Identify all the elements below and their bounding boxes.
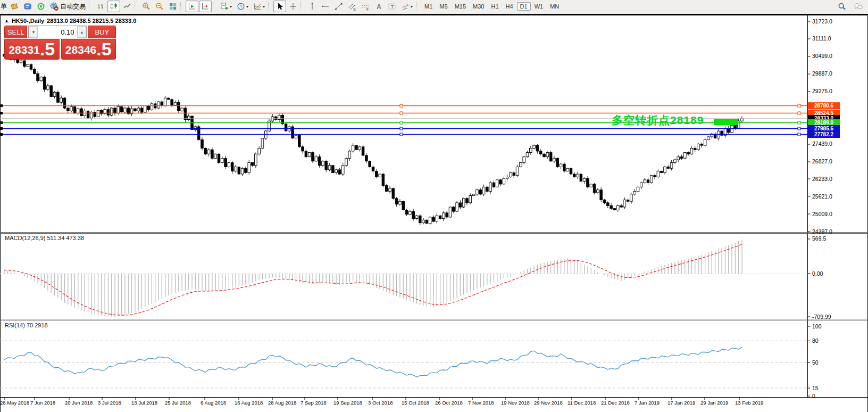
timeframe-button-h1[interactable]: H1 xyxy=(488,2,502,11)
candle-body xyxy=(449,207,452,217)
timeframe-button-h4[interactable]: H4 xyxy=(503,2,516,11)
price-tick-label: 26827.0 xyxy=(812,158,832,164)
text-icon[interactable]: A xyxy=(372,1,385,12)
candlestick-chart-icon[interactable] xyxy=(107,1,120,12)
candle-body xyxy=(680,157,683,159)
timeframe-button-m30[interactable]: M30 xyxy=(470,2,487,11)
volume-increase-button[interactable]: ▲ xyxy=(77,26,86,38)
candle-body xyxy=(110,108,113,115)
line-handle[interactable] xyxy=(0,127,3,130)
zoom-in-icon[interactable] xyxy=(140,1,153,12)
buy-price-button[interactable]: 28346 .5 xyxy=(61,39,116,60)
orders-partial-label[interactable]: 单 xyxy=(0,2,7,11)
price-level-badge-text: 28780.6 xyxy=(814,103,834,109)
chart-ohlc-values: 28313.0 28438.5 28215.5 28333.0 xyxy=(47,18,136,24)
profiles-icon[interactable]: ▾ xyxy=(235,1,251,12)
sell-button[interactable]: SELL xyxy=(4,26,27,38)
arrow-objects-icon xyxy=(401,2,410,11)
candle-body xyxy=(425,220,428,223)
chat-icon[interactable] xyxy=(852,1,865,12)
timeframe-button-w1[interactable]: W1 xyxy=(531,2,547,11)
chart-window: 31723.031111.030499.029887.029275.027439… xyxy=(0,14,868,412)
crosshair-icon[interactable] xyxy=(287,1,299,12)
horizontal-line-icon[interactable] xyxy=(319,1,332,12)
dropdown-caret-icon[interactable]: ▾ xyxy=(246,4,248,9)
timeframe-button-m5[interactable]: M5 xyxy=(436,2,450,11)
candle-body xyxy=(472,194,475,196)
sell-price-button[interactable]: 28331 .5 xyxy=(4,39,60,60)
zoom-out-icon[interactable] xyxy=(153,1,166,12)
timeframe-button-m1[interactable]: M1 xyxy=(421,2,436,11)
candle-body xyxy=(43,77,46,89)
autotrading-button[interactable]: 自动交易 xyxy=(48,1,88,12)
candle-body xyxy=(536,145,539,151)
price-level-badge-text: 27985.6 xyxy=(814,126,834,131)
line-handle[interactable] xyxy=(400,133,403,136)
pivot-highlight-rect[interactable] xyxy=(714,119,738,125)
vertical-line-icon[interactable] xyxy=(306,1,319,12)
chart-shift-icon[interactable] xyxy=(199,1,212,12)
text-label-icon[interactable]: T xyxy=(386,1,398,12)
line-handle[interactable] xyxy=(0,104,3,107)
line-chart-icon[interactable] xyxy=(121,1,133,12)
candle-body xyxy=(479,190,482,194)
toolbar-separator xyxy=(268,2,272,11)
equidistant-channel-icon[interactable]: E xyxy=(346,1,358,12)
line-handle[interactable] xyxy=(0,112,3,114)
new-order-icon[interactable] xyxy=(8,1,21,12)
candle-body xyxy=(526,153,529,157)
timeframe-button-m15[interactable]: M15 xyxy=(452,2,469,11)
pivot-annotation-text[interactable]: 多空转折点28189 xyxy=(612,113,704,128)
dropdown-caret-icon[interactable]: ▾ xyxy=(230,4,232,9)
line-handle[interactable] xyxy=(798,127,800,130)
bar-chart-icon[interactable] xyxy=(94,1,107,12)
line-handle[interactable] xyxy=(798,121,800,124)
line-handle[interactable] xyxy=(0,121,3,124)
line-handle[interactable] xyxy=(400,112,403,114)
candle-body xyxy=(312,153,314,161)
signals-icon[interactable] xyxy=(35,1,47,12)
trendline-icon xyxy=(335,2,343,11)
timeframe-button-mn[interactable]: MN xyxy=(547,2,562,11)
dropdown-caret-icon[interactable]: ▾ xyxy=(411,4,413,9)
candle-body xyxy=(137,108,140,111)
fibonacci-icon[interactable]: F xyxy=(359,1,372,12)
auto-scroll-icon[interactable] xyxy=(186,1,198,12)
panel-collapse-icon[interactable]: ▲ xyxy=(4,18,9,23)
indicator-list-icon xyxy=(253,2,262,11)
line-handle[interactable] xyxy=(798,133,800,136)
trendline-icon[interactable] xyxy=(332,1,345,12)
dropdown-caret-icon[interactable]: ▾ xyxy=(263,4,265,9)
symbol-search-icon[interactable] xyxy=(836,1,848,12)
candle-body xyxy=(583,178,586,181)
candle-body xyxy=(520,162,522,167)
chart-canvas[interactable]: 31723.031111.030499.029887.029275.027439… xyxy=(0,15,868,412)
line-handle[interactable] xyxy=(400,121,403,124)
line-handle[interactable] xyxy=(798,104,800,107)
price-level-badge-text: 27782.2 xyxy=(814,131,834,137)
candle-body xyxy=(577,174,579,177)
line-handle[interactable] xyxy=(798,112,800,114)
new-chart-icon[interactable]: ▾ xyxy=(218,1,234,12)
volume-input[interactable]: 0.10 xyxy=(38,26,77,38)
candle-body xyxy=(429,217,431,224)
indicator-list-icon[interactable]: ▾ xyxy=(251,1,267,12)
line-handle[interactable] xyxy=(400,127,403,130)
tile-windows-icon[interactable] xyxy=(166,1,179,12)
line-handle[interactable] xyxy=(400,104,403,107)
metaeditor-icon[interactable] xyxy=(21,1,34,12)
volume-decrease-button[interactable]: ▼ xyxy=(29,26,38,38)
candle-body xyxy=(644,180,646,183)
chart-frame xyxy=(1,15,868,412)
timeframe-button-d1[interactable]: D1 xyxy=(517,2,531,11)
candle-body xyxy=(147,106,150,110)
candle-body xyxy=(258,148,261,154)
buy-button[interactable]: BUY xyxy=(88,26,116,38)
candlestick-chart-icon xyxy=(110,2,118,11)
cursor-icon[interactable] xyxy=(273,1,286,12)
candle-body xyxy=(255,154,257,166)
arrow-objects-icon[interactable]: ▾ xyxy=(399,1,415,12)
candle-body xyxy=(348,151,351,158)
signals-icon xyxy=(37,2,45,11)
line-handle[interactable] xyxy=(0,133,3,136)
